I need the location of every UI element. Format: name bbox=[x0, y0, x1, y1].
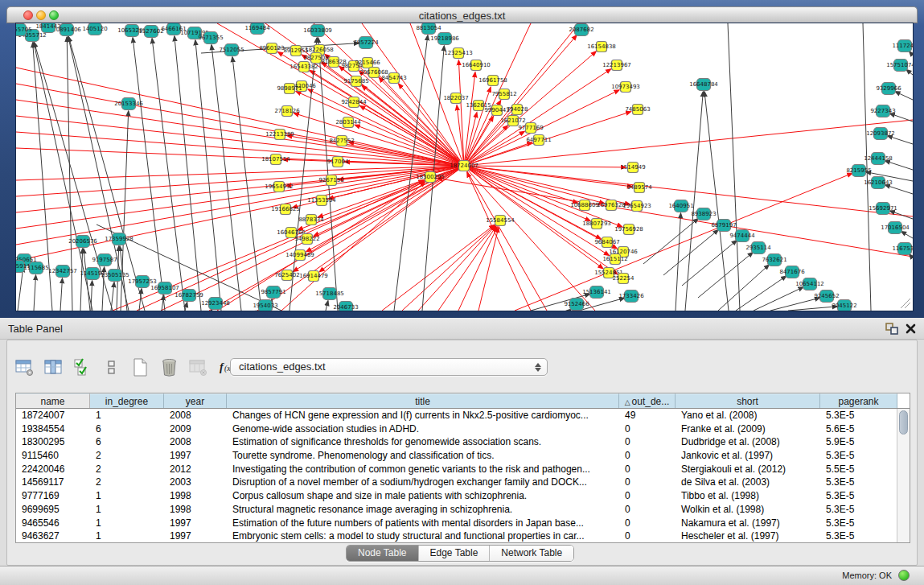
graph-edge[interactable] bbox=[788, 307, 837, 311]
graph-edge[interactable] bbox=[736, 276, 786, 311]
table-header-row: namein_degreeyeartitle△out_de...shortpag… bbox=[16, 393, 910, 409]
table-cell: 1997 bbox=[164, 449, 227, 463]
table-row[interactable]: 946554611997Estimation of the future num… bbox=[16, 517, 910, 530]
graph-edge[interactable] bbox=[464, 166, 630, 204]
table-cell: 9699695 bbox=[16, 503, 90, 517]
graph-node-label: 7857224 bbox=[353, 39, 379, 46]
float-panel-icon[interactable] bbox=[885, 323, 898, 335]
graph-edge[interactable] bbox=[728, 23, 740, 311]
memory-status-icon[interactable] bbox=[898, 570, 910, 581]
table-row[interactable]: 1938455462009Genome-wide association stu… bbox=[16, 422, 910, 436]
table-row[interactable]: 969969511998Structural magnetic resonanc… bbox=[16, 503, 910, 517]
graph-edge[interactable] bbox=[326, 301, 328, 311]
delete-table-icon[interactable] bbox=[160, 358, 179, 377]
graph-edge[interactable] bbox=[195, 40, 221, 311]
graph-edge[interactable] bbox=[888, 136, 913, 144]
graph-edge[interactable] bbox=[464, 23, 579, 166]
graph-edge[interactable] bbox=[211, 45, 241, 311]
close-panel-icon[interactable] bbox=[905, 323, 917, 335]
table-selector-dropdown[interactable]: citations_edges.txt bbox=[230, 358, 548, 376]
table-row[interactable]: 1456911722003Disruption of a novel membe… bbox=[16, 476, 910, 489]
column-header-name[interactable]: name bbox=[16, 393, 90, 408]
resize-grip-icon[interactable] bbox=[901, 299, 910, 308]
graph-edge[interactable] bbox=[885, 161, 913, 170]
graph-edge[interactable] bbox=[890, 113, 914, 122]
graph-edge[interactable] bbox=[464, 72, 475, 166]
graph-edge[interactable] bbox=[901, 232, 913, 238]
graph-edge[interactable] bbox=[464, 166, 626, 167]
graph-edge[interactable] bbox=[515, 173, 852, 311]
graph-edge[interactable] bbox=[60, 278, 63, 311]
graph-edge[interactable] bbox=[18, 267, 23, 311]
graph-node-label: 1405120 bbox=[82, 26, 107, 32]
table-row[interactable]: 1830029562008Estimation of significance … bbox=[16, 435, 910, 449]
column-header-title[interactable]: title bbox=[227, 393, 619, 408]
table-cell: 1 bbox=[90, 503, 164, 517]
graph-edge[interactable] bbox=[16, 132, 464, 166]
graph-edge[interactable] bbox=[175, 36, 201, 311]
table-scrollbar[interactable] bbox=[897, 409, 910, 542]
table-cell: 14569117 bbox=[16, 476, 90, 489]
graph-node-label: 18724007 bbox=[450, 163, 478, 169]
tab-edge-table[interactable]: Edge Table bbox=[419, 546, 491, 561]
table-cell: 0 bbox=[619, 489, 676, 503]
graph-edge[interactable] bbox=[402, 225, 495, 311]
graph-edge[interactable] bbox=[885, 185, 913, 194]
table-row[interactable]: 911546021997Tourette syndrome. Phenomeno… bbox=[16, 449, 910, 463]
graph-edge[interactable] bbox=[359, 71, 464, 166]
network-canvas[interactable]: 1872400718300295896012389129551822605898… bbox=[16, 23, 913, 311]
graph-edge[interactable] bbox=[382, 225, 495, 311]
table-toolbar: f (x) bbox=[15, 355, 236, 379]
table-row[interactable]: 977716911998Corpus callosum shape and si… bbox=[16, 489, 910, 503]
graph-edge[interactable] bbox=[418, 226, 495, 311]
table-settings-icon[interactable] bbox=[15, 358, 34, 377]
graph-edge[interactable] bbox=[685, 92, 703, 311]
graph-node-label: 16782759 bbox=[175, 292, 203, 299]
graph-node-label: 15692971 bbox=[869, 205, 897, 212]
insert-column-icon[interactable] bbox=[44, 358, 63, 377]
table-scrollbar-thumb[interactable] bbox=[899, 410, 908, 435]
graph-edge[interactable] bbox=[34, 275, 36, 311]
graph-node-label: 19654932 bbox=[265, 183, 294, 190]
tab-network-table[interactable]: Network Table bbox=[490, 546, 573, 561]
graph-node-label: 19654923 bbox=[622, 203, 651, 209]
graph-node-label: 8454743 bbox=[381, 75, 406, 81]
graph-edge[interactable] bbox=[890, 211, 914, 219]
window-titlebar[interactable]: citations_edges.txt bbox=[6, 6, 918, 23]
graph-node-label: 252254 bbox=[613, 275, 634, 282]
merge-rows-icon[interactable] bbox=[102, 358, 121, 377]
graph-edge[interactable] bbox=[68, 37, 145, 311]
table-cell: 2012 bbox=[164, 463, 227, 476]
column-header-out_de[interactable]: △out_de... bbox=[619, 393, 676, 408]
table-row[interactable]: 946362711997Embryonic stem cells: a mode… bbox=[16, 529, 910, 543]
graph-edge[interactable] bbox=[458, 60, 464, 166]
table-row[interactable]: 2242004622012Investigating the contribut… bbox=[16, 463, 910, 476]
column-header-year[interactable]: year bbox=[164, 393, 227, 408]
column-header-short[interactable]: short bbox=[676, 393, 820, 408]
graph-edge[interactable] bbox=[754, 287, 803, 311]
graph-edge[interactable] bbox=[478, 228, 499, 311]
graph-edge[interactable] bbox=[185, 303, 187, 311]
graph-node-label: 8813054 bbox=[416, 25, 441, 31]
select-rows-icon[interactable] bbox=[73, 358, 92, 377]
graph-edge[interactable] bbox=[467, 172, 531, 311]
graph-edge[interactable] bbox=[464, 166, 604, 204]
graph-edge[interactable] bbox=[910, 51, 913, 56]
graph-edge[interactable] bbox=[111, 282, 114, 311]
tab-node-table[interactable]: Node Table bbox=[347, 546, 419, 561]
graph-edge[interactable] bbox=[704, 92, 729, 311]
graph-edge[interactable] bbox=[698, 253, 753, 298]
column-header-pagerank[interactable]: pagerank bbox=[820, 393, 897, 408]
graph-edge[interactable] bbox=[438, 226, 496, 311]
column-header-in_degree[interactable]: in_degree bbox=[90, 393, 164, 408]
graph-edge[interactable] bbox=[133, 38, 165, 311]
graph-edge[interactable] bbox=[281, 182, 425, 311]
table-row[interactable]: 1872400712008Changes of HCN gene express… bbox=[16, 409, 910, 422]
new-table-icon[interactable] bbox=[131, 358, 150, 377]
graph-edge[interactable] bbox=[290, 38, 317, 311]
graph-edge[interactable] bbox=[895, 92, 913, 100]
graph-edge[interactable] bbox=[162, 295, 164, 311]
graph-node-label: 2803144 bbox=[335, 119, 361, 126]
graph-edge[interactable] bbox=[458, 227, 497, 311]
graph-edge[interactable] bbox=[906, 70, 913, 75]
